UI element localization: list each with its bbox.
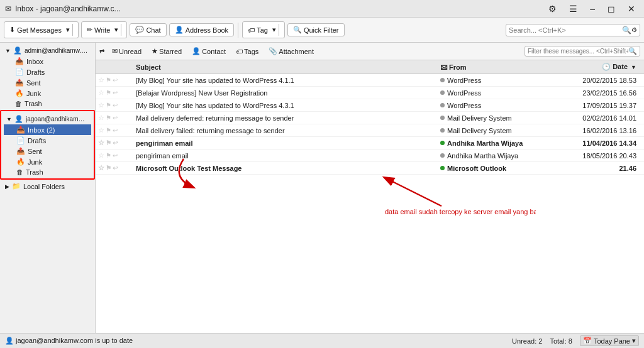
row-date: 11/04/2016 14.34 <box>553 139 641 147</box>
address-book-button[interactable]: 👤 Address Book <box>169 23 234 36</box>
account2-sent[interactable]: 📤 Sent <box>4 146 91 156</box>
row-flags: ☆ ⚑ ↩ <box>98 164 136 172</box>
write-button[interactable]: ✏ Write ▾ <box>81 21 127 38</box>
table-row[interactable]: ☆ ⚑ ↩Microsoft Outlook Test MessageMicro… <box>96 162 644 175</box>
status-left: 👤 jagoan@andhikamw.com is up to date <box>5 337 133 345</box>
table-row[interactable]: ☆ ⚑ ↩Mail delivery failed: returning mes… <box>96 124 644 137</box>
today-pane-button[interactable]: 📅 Today Pane ▾ <box>580 335 639 346</box>
row-star[interactable]: ☆ <box>98 139 104 147</box>
account2-sent-label: Sent <box>28 148 42 155</box>
table-row[interactable]: ☆ ⚑ ↩pengiriman emailAndhika Martha Wija… <box>96 137 644 150</box>
from-col-header[interactable]: 🖂 From <box>440 63 553 71</box>
row-subject: pengiriman email <box>136 139 440 147</box>
tags-filter[interactable]: 🏷 Tags <box>233 46 261 57</box>
table-row[interactable]: ☆ ⚑ ↩[My Blog] Your site has updated to … <box>96 99 644 112</box>
filter-search-icon[interactable]: 🔍 <box>628 47 637 55</box>
restore-button[interactable]: ◻ <box>604 3 619 15</box>
chat-icon: 💬 <box>135 26 144 34</box>
account2-row[interactable]: ▼ 👤 jagoan@andhikamw.com <box>4 114 91 124</box>
attachment-filter[interactable]: 📎 Attachment <box>266 46 316 57</box>
account2-junk-label: Junk <box>28 158 42 166</box>
tag-button[interactable]: 🏷 Tag ▾ <box>242 21 285 38</box>
sender-dot <box>440 103 445 107</box>
local-folders-expand-icon: ▶ <box>5 183 9 190</box>
row-flag-2: ⚑ <box>106 152 111 159</box>
row-flags: ☆ ⚑ ↩ <box>98 151 136 160</box>
local-folders-icon: 📁 <box>12 182 21 190</box>
row-subject: pengiriman email <box>136 152 440 160</box>
contact-label: Contact <box>202 48 226 55</box>
account1-junk[interactable]: 🔥 Junk <box>3 88 92 99</box>
account2-junk[interactable]: 🔥 Junk <box>4 156 91 167</box>
row-star[interactable]: ☆ <box>98 101 104 109</box>
table-row[interactable]: ☆ ⚑ ↩Mail delivery deferred: returning m… <box>96 112 644 124</box>
toolbar: ⬇ Get Messages ▾ ✏ Write ▾ 💬 Chat 👤 Addr… <box>0 18 644 43</box>
row-date: 20/02/2015 18.53 <box>553 77 641 84</box>
tag-icon: 🏷 <box>248 26 255 34</box>
row-flag-3: ↩ <box>113 127 118 134</box>
account1-sent[interactable]: 📤 Sent <box>3 77 92 88</box>
calendar-icon: 📅 <box>583 337 592 345</box>
junk-icon: 🔥 <box>15 89 24 97</box>
row-date: 21.46 <box>553 165 641 172</box>
account1-trash[interactable]: 🗑 Trash <box>3 99 92 109</box>
quick-filter-button[interactable]: 🔍 Quick Filter <box>287 23 345 36</box>
contact-filter[interactable]: 👤 Contact <box>189 46 228 57</box>
row-star[interactable]: ☆ <box>98 76 104 84</box>
menu-icon[interactable]: ☰ <box>565 3 581 15</box>
starred-filter[interactable]: ★ Starred <box>149 46 184 57</box>
row-star[interactable]: ☆ <box>98 114 104 122</box>
quick-filter-label: Quick Filter <box>304 26 339 34</box>
settings-icon[interactable]: ⚙ <box>545 3 560 15</box>
write-dropdown[interactable]: ▾ <box>112 24 121 36</box>
account2-inbox[interactable]: 📥 Inbox (2) <box>4 124 91 135</box>
account2-drafts[interactable]: 📄 Drafts <box>4 135 91 146</box>
row-flag-3: ↩ <box>113 89 118 96</box>
row-star[interactable]: ☆ <box>98 89 104 97</box>
get-messages-button[interactable]: ⬇ Get Messages ▾ <box>4 21 79 38</box>
account1-drafts-label: Drafts <box>26 68 45 76</box>
account2-drafts-label: Drafts <box>28 137 46 144</box>
unread-filter[interactable]: ✉ Unread <box>109 46 144 57</box>
table-row[interactable]: ☆ ⚑ ↩pengiriman emailAndhika Martha Wija… <box>96 150 644 162</box>
date-col-header[interactable]: 🕒 Date ▼ <box>553 63 641 71</box>
local-folders-row[interactable]: ▶ 📁 Local Folders <box>3 181 92 192</box>
table-row[interactable]: ☆ ⚑ ↩[My Blog] Your site has updated to … <box>96 74 644 87</box>
row-flag-2: ⚑ <box>106 89 111 96</box>
row-star[interactable]: ☆ <box>98 126 104 134</box>
row-flags: ☆ ⚑ ↩ <box>98 76 136 84</box>
main-layout: ▼ 👤 admin@andhikamw.com 📥 Inbox 📄 Drafts… <box>0 43 644 333</box>
quick-filter-icon: 🔍 <box>293 26 302 34</box>
row-star[interactable]: ☆ <box>98 164 104 172</box>
drafts2-icon: 📄 <box>16 136 25 144</box>
search-icon[interactable]: 🔍 <box>622 26 631 35</box>
chat-button[interactable]: 💬 Chat <box>130 23 166 36</box>
row-from: WordPress <box>440 102 553 109</box>
search-settings-icon[interactable]: ⚙ <box>631 26 637 33</box>
close-button[interactable]: ✕ <box>624 3 639 15</box>
sender-name: Andhika Martha Wijaya <box>447 139 523 147</box>
tag-dropdown[interactable]: ▾ <box>270 24 279 36</box>
trash2-icon: 🗑 <box>16 168 23 176</box>
sender-dot <box>440 141 445 145</box>
search-input[interactable] <box>509 26 622 34</box>
unread-label: Unread <box>119 48 142 55</box>
write-label: Write <box>94 26 110 34</box>
row-flag-2: ⚑ <box>106 165 111 171</box>
message-filter-input[interactable] <box>528 48 628 55</box>
account1-row[interactable]: ▼ 👤 admin@andhikamw.com <box>3 45 92 56</box>
account1-label: admin@andhikamw.com <box>25 47 90 54</box>
row-from: Andhika Martha Wijaya <box>440 139 553 147</box>
table-row[interactable]: ☆ ⚑ ↩[Belajar Wordpress] New User Regist… <box>96 87 644 99</box>
account1-inbox[interactable]: 📥 Inbox <box>3 56 92 67</box>
drafts-icon: 📄 <box>15 68 24 76</box>
subject-col-header[interactable]: Subject <box>136 63 440 71</box>
account2-trash[interactable]: 🗑 Trash <box>4 167 91 177</box>
row-flags: ☆ ⚑ ↩ <box>98 101 136 109</box>
minimize-button[interactable]: – <box>586 3 599 15</box>
account1-junk-label: Junk <box>26 90 41 97</box>
row-star[interactable]: ☆ <box>98 151 104 160</box>
account1-drafts[interactable]: 📄 Drafts <box>3 67 92 77</box>
address-book-icon: 👤 <box>175 26 184 34</box>
get-messages-dropdown[interactable]: ▾ <box>64 24 73 36</box>
